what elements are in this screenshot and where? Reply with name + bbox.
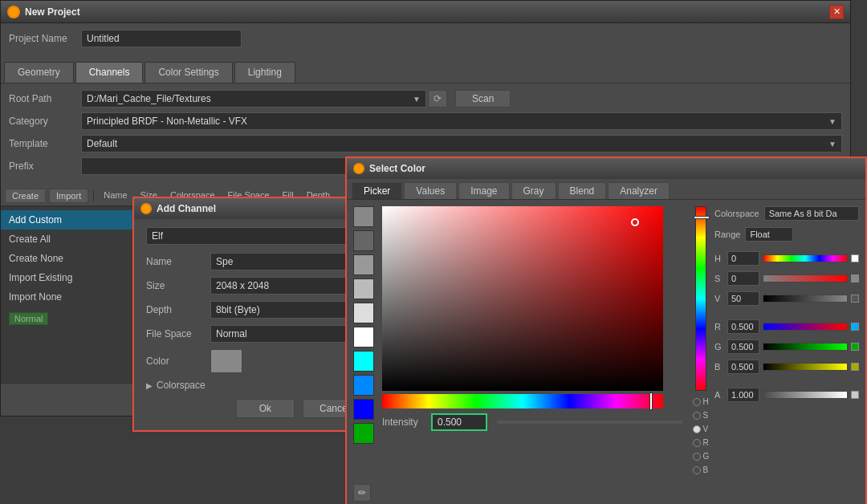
v-cursor: [851, 295, 859, 303]
root-path-combo[interactable]: D:/Mari_Cache_File/Textures ▼: [81, 90, 426, 108]
tab-geometry[interactable]: Geometry: [4, 62, 74, 83]
radio-s-row[interactable]: S: [693, 411, 710, 420]
prefix-label: Prefix: [9, 161, 81, 172]
sc-range-value[interactable]: Float: [745, 227, 793, 242]
pencil-icon-row: ✏: [347, 481, 865, 504]
sidebar-item-create-all[interactable]: Create All: [1, 230, 140, 249]
swatch-light[interactable]: [353, 303, 374, 323]
import-toolbar-button[interactable]: Import: [49, 189, 88, 203]
radio-h[interactable]: [693, 398, 701, 406]
toolbar-separator: [93, 190, 94, 201]
radio-h-row[interactable]: H: [693, 397, 710, 406]
color-swatch[interactable]: [210, 349, 242, 373]
window-close-button[interactable]: ✕: [829, 5, 844, 19]
name-field-label: Name: [146, 256, 210, 267]
vertical-hue-slider[interactable]: [695, 206, 706, 391]
select-color-title-bar: Select Color: [347, 158, 865, 179]
swatch-darkgray[interactable]: [353, 230, 374, 251]
channel-sidebar: Add Custom Create All Create None Import…: [1, 207, 141, 383]
alpha-label: A: [714, 390, 724, 400]
swatch-darkblue[interactable]: [353, 399, 374, 420]
category-combo[interactable]: Principled BRDF - Non-Metallic - VFX ▼: [81, 112, 842, 130]
h-bar[interactable]: [763, 254, 848, 262]
hsv-radio-area: H S V R G: [693, 397, 710, 474]
alpha-cursor: [851, 391, 859, 399]
sc-tab-picker[interactable]: Picker: [352, 182, 402, 199]
s-bar[interactable]: [763, 274, 848, 282]
b-row: B: [714, 360, 859, 374]
tab-color-settings[interactable]: Color Settings: [144, 62, 232, 83]
hue-cursor[interactable]: [649, 392, 653, 410]
swatch-blue[interactable]: [353, 375, 374, 396]
sc-tab-values[interactable]: Values: [404, 182, 457, 199]
h-cursor: [851, 254, 859, 262]
hue-bar[interactable]: [382, 394, 663, 408]
swatch-silver[interactable]: [353, 278, 374, 299]
colorspace-expand-icon[interactable]: ▶: [146, 381, 153, 390]
project-name-input[interactable]: [81, 30, 242, 47]
tab-lighting[interactable]: Lighting: [234, 62, 295, 83]
radio-r[interactable]: [693, 439, 701, 447]
swatch-lightgray[interactable]: [353, 254, 374, 275]
b-input[interactable]: [727, 360, 759, 374]
scan-button[interactable]: Scan: [455, 90, 511, 108]
alpha-row: A: [714, 388, 859, 402]
select-color-body: Intensity H S: [347, 200, 865, 481]
sidebar-item-import-none[interactable]: Import None: [1, 287, 140, 307]
root-path-label: Root Path: [9, 93, 81, 104]
picker-cursor[interactable]: [631, 218, 639, 226]
radio-v-row[interactable]: V: [693, 425, 710, 433]
swatch-gray[interactable]: [353, 206, 374, 227]
color-gradient-box[interactable]: [382, 206, 663, 391]
swatch-cyan[interactable]: [353, 351, 374, 372]
g-bar[interactable]: [763, 343, 848, 351]
sc-tab-image[interactable]: Image: [458, 182, 509, 199]
swatch-green[interactable]: [353, 423, 374, 444]
sc-tab-gray[interactable]: Gray: [511, 182, 556, 199]
pencil-button[interactable]: ✏: [353, 484, 371, 502]
b-bar[interactable]: [763, 363, 848, 371]
picker-area: Intensity: [382, 206, 687, 474]
h-input[interactable]: [727, 251, 759, 266]
intensity-slider-track[interactable]: [497, 421, 682, 424]
create-toolbar-button[interactable]: Create: [5, 189, 46, 203]
intensity-input[interactable]: [431, 413, 487, 431]
radio-v[interactable]: [693, 425, 701, 433]
root-path-browse-button[interactable]: ⟳: [428, 90, 447, 108]
r-label: R: [714, 322, 724, 331]
alpha-bar[interactable]: [763, 391, 848, 399]
r-input[interactable]: [727, 319, 759, 334]
g-input[interactable]: [727, 339, 759, 354]
add-channel-ok-button[interactable]: Ok: [236, 399, 295, 418]
v-bar[interactable]: [763, 295, 848, 303]
sidebar-item-add-custom[interactable]: Add Custom: [1, 210, 140, 230]
select-color-tabs: Picker Values Image Gray Blend Analyzer: [347, 179, 865, 200]
radio-b-row[interactable]: B: [693, 465, 710, 474]
tab-channels[interactable]: Channels: [75, 62, 144, 83]
spacer2: [714, 380, 859, 384]
sidebar-item-create-none[interactable]: Create None: [1, 249, 140, 268]
sc-tab-blend[interactable]: Blend: [558, 182, 607, 199]
alpha-input[interactable]: [727, 388, 759, 402]
sc-tab-analyzer[interactable]: Analyzer: [608, 182, 670, 199]
g-cursor: [851, 343, 859, 351]
radio-b[interactable]: [693, 466, 701, 474]
template-combo[interactable]: Default ▼: [81, 135, 842, 152]
sidebar-item-import-existing[interactable]: Import Existing: [1, 268, 140, 287]
modal-app-icon: [140, 203, 152, 214]
template-label: Template: [9, 138, 81, 149]
sc-colorspace-value[interactable]: Same As 8 bit Da: [764, 206, 859, 221]
window-title: New Project: [25, 6, 80, 18]
radio-g-row[interactable]: G: [693, 452, 710, 461]
radio-g[interactable]: [693, 453, 701, 461]
r-cursor: [851, 323, 859, 331]
radio-s[interactable]: [693, 412, 701, 420]
file-space-field-label: File Space: [146, 328, 210, 339]
v-input[interactable]: [727, 291, 759, 306]
s-input[interactable]: [727, 271, 759, 286]
col-name: Name: [99, 189, 132, 203]
swatch-white[interactable]: [353, 327, 374, 348]
radio-r-row[interactable]: R: [693, 438, 710, 447]
r-bar[interactable]: [763, 323, 848, 331]
s-cursor: [851, 274, 859, 282]
